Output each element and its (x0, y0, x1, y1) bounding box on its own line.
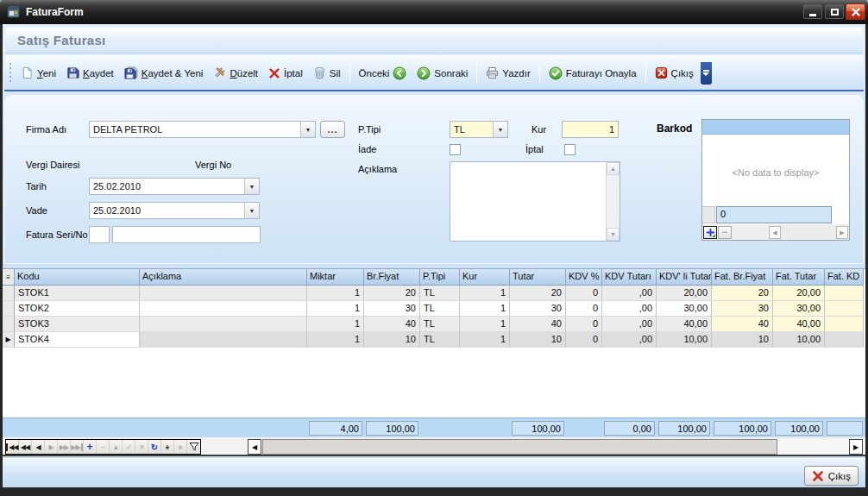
row-indicator (3, 317, 15, 332)
cancel-x-icon (268, 67, 280, 79)
nav-prev-button[interactable]: ◀ (32, 440, 45, 454)
column-header-fat-kdv[interactable]: Fat. KD (825, 269, 864, 286)
column-header-kur[interactable]: Kur (460, 269, 510, 286)
grid-row-stok3[interactable]: STOK3 1 40 TL 1 40 0 ,00 40,00 40 40,00 (3, 317, 865, 332)
filter-funnel-icon (189, 442, 199, 452)
scroll-down-icon[interactable]: ▼ (607, 228, 620, 241)
iptal-checkbox-label: İptal (525, 144, 544, 154)
grid-customize-icon[interactable]: ≡ (3, 269, 15, 286)
barkod-no-data-text: <No data to display> (702, 167, 849, 178)
faturayi-onayla-button[interactable]: Faturayı Onayla (544, 64, 642, 83)
column-header-br-fiyat[interactable]: Br.Fiyat (364, 269, 420, 286)
firma-browse-button[interactable]: ... (320, 121, 345, 138)
duzelt-button[interactable]: Düzelt (208, 64, 263, 82)
barkod-hscrollbar[interactable]: ◀ ▶ (769, 226, 848, 239)
nav-bookmark-button[interactable]: * (161, 440, 174, 454)
maximize-button[interactable] (825, 4, 844, 19)
aciklama-textarea[interactable]: ▲ ▼ (450, 161, 620, 242)
nav-goto-bookmark-button[interactable]: * (174, 440, 187, 454)
nav-next-button[interactable]: ▶ (45, 440, 58, 454)
toolbar-grip[interactable] (9, 63, 11, 84)
grid-row-stok4-focused[interactable]: ▶ STOK4 1 10 TL 1 10 0 ,00 10,00 10 10,0… (3, 332, 865, 348)
iade-checkbox[interactable] (450, 144, 461, 155)
kaydet-button[interactable]: Kaydet (61, 64, 119, 82)
close-button[interactable] (846, 3, 865, 20)
column-header-fat-br-fiyat[interactable]: Fat. Br.Fiyat (712, 269, 773, 286)
exit-button[interactable]: Çıkış (804, 466, 859, 486)
nav-filter-button[interactable] (187, 440, 200, 454)
invoice-form-panel: Firma Adı DELTA PETROL ▼ ... Vergi Daire… (4, 95, 864, 264)
kaydet-yeni-button[interactable]: Kaydet & Yeni (119, 64, 209, 82)
exit-button-label: Çıkış (828, 471, 851, 481)
fatura-no-input[interactable] (112, 226, 261, 243)
column-header-fat-tutar[interactable]: Fat. Tutar (773, 269, 825, 286)
kur-label: Kur (531, 124, 546, 135)
firma-adi-label: Firma Adı (26, 124, 66, 135)
column-header-kdv-tutari[interactable]: KDV Tutarı (602, 269, 657, 286)
toolbar-overflow-button[interactable] (701, 62, 712, 85)
barkod-add-button[interactable] (703, 226, 717, 239)
aciklama-scrollbar[interactable]: ▲ ▼ (606, 162, 620, 241)
grid-row-stok2[interactable]: STOK2 1 30 TL 1 30 0 ,00 30,00 30 30,00 (3, 301, 865, 317)
cikis-toolbar-button[interactable]: Çıkış (650, 64, 699, 82)
column-header-miktar[interactable]: Miktar (307, 269, 364, 286)
nav-next-page-button[interactable]: ▶▶ (58, 440, 71, 454)
fatura-seri-input[interactable] (89, 226, 110, 243)
nav-delete-button[interactable]: − (97, 440, 110, 454)
chevron-down-icon[interactable]: ▼ (493, 122, 507, 137)
kur-input[interactable]: 1 (562, 121, 619, 138)
barkod-editor-input[interactable]: 0 (716, 206, 832, 223)
column-header-aciklama[interactable]: Açıklama (140, 269, 307, 286)
sonraki-button[interactable]: Sonraki (412, 64, 473, 83)
chevron-down-icon[interactable]: ▼ (244, 179, 259, 194)
column-header-kdv-yuzde[interactable]: KDV % (566, 269, 602, 286)
column-header-kodu[interactable]: Kodu△ (15, 269, 140, 286)
column-header-p-tipi[interactable]: P.Tipi (420, 269, 460, 286)
hscroll-thumb[interactable] (262, 439, 777, 455)
nav-refresh-button[interactable]: ↻ (148, 440, 161, 454)
iptal-checkbox[interactable] (564, 144, 576, 155)
grid-row-stok1[interactable]: STOK1 1 20 TL 1 20 0 ,00 20,00 20 20,00 (3, 286, 865, 301)
nav-cancel-button[interactable]: ✕ (135, 440, 148, 454)
barkod-label: Barkod (657, 122, 692, 135)
summary-fat-br-fiyat: 100,00 (714, 421, 771, 436)
chevron-down-icon[interactable]: ▼ (300, 122, 315, 137)
maximize-icon (831, 9, 839, 16)
barkod-grid-header[interactable] (702, 120, 849, 135)
minimize-button[interactable] (803, 4, 822, 19)
grid-header-row: ≡ Kodu△ Açıklama Miktar Br.Fiyat P.Tipi … (3, 269, 865, 286)
titlebar[interactable]: FaturaForm (0, 0, 868, 24)
chevron-down-icon[interactable]: ▼ (244, 203, 259, 218)
tarih-datepicker[interactable]: 25.02.2010 ▼ (89, 178, 260, 195)
nav-post-button[interactable]: ✓ (123, 440, 135, 454)
firma-adi-combobox[interactable]: DELTA PETROL ▼ (89, 121, 316, 138)
hscroll-left-button[interactable]: ◀ (248, 439, 261, 455)
toolbar-separator (539, 64, 540, 83)
p-tipi-combobox[interactable]: TL ▼ (450, 121, 508, 138)
nav-edit-button[interactable]: ▲ (110, 440, 123, 454)
vade-datepicker[interactable]: 25.02.2010 ▼ (89, 202, 260, 219)
hscroll-right-button[interactable]: ▶ (849, 439, 863, 455)
plus-icon (706, 228, 715, 237)
column-header-tutar[interactable]: Tutar (510, 269, 566, 286)
scroll-left-icon[interactable]: ◀ (769, 226, 781, 239)
nav-first-button[interactable]: ◀◀ (6, 440, 19, 454)
overflow-dash-icon (703, 70, 709, 72)
hscroll-track[interactable] (778, 439, 849, 455)
column-header-kdvli-tutar[interactable]: KDV' li Tutar (657, 269, 712, 286)
barkod-remove-button[interactable]: − (718, 226, 732, 239)
grid-empty-area[interactable] (3, 348, 865, 418)
form-title-panel: Satış Faturası (4, 27, 864, 53)
scroll-right-icon[interactable]: ▶ (836, 226, 848, 239)
nav-last-button[interactable]: ▶▶ (71, 440, 84, 454)
summary-br-fiyat: 100,00 (366, 421, 418, 436)
toolbar-separator (349, 64, 350, 83)
iptal-button[interactable]: İptal (263, 65, 308, 82)
scroll-up-icon[interactable]: ▲ (607, 162, 620, 175)
yazdir-button[interactable]: Yazdır (481, 64, 535, 82)
sil-button[interactable]: Sil (308, 64, 346, 82)
yeni-button[interactable]: Yeni (16, 64, 61, 82)
nav-append-button[interactable]: + (84, 440, 97, 454)
onceki-button[interactable]: Önceki (354, 64, 412, 83)
nav-prev-page-button[interactable]: ◀◀ (19, 440, 32, 454)
